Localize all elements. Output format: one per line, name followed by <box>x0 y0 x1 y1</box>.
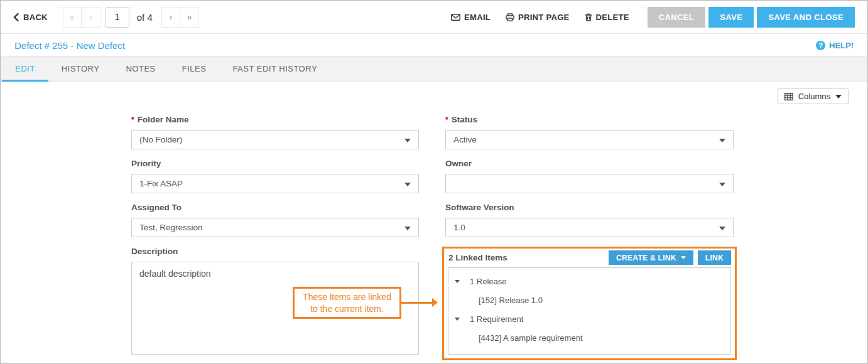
status-label: * Status <box>445 115 734 124</box>
tab-history[interactable]: HISTORY <box>48 57 113 82</box>
delete-label: DELETE <box>596 13 629 22</box>
tab-bar: EDIT HISTORY NOTES FILES FAST EDIT HISTO… <box>1 57 867 82</box>
required-asterisk: * <box>131 115 134 124</box>
chevron-down-icon <box>719 183 725 186</box>
tab-files[interactable]: FILES <box>169 57 220 82</box>
linked-items-tree: 1 Release [152] Release 1.0 1 Requiremen… <box>448 267 731 355</box>
defect-detail-window: BACK « ‹ of 4 › » EMAIL <box>0 0 868 364</box>
software-version-label: Software Version <box>445 203 734 212</box>
folder-name-select[interactable]: (No Folder) <box>131 130 419 149</box>
create-and-link-button[interactable]: CREATE & LINK <box>609 250 693 265</box>
linked-items-panel: 2 Linked Items CREATE & LINK LINK 1 Rele… <box>442 247 737 360</box>
tab-edit[interactable]: EDIT <box>2 57 48 82</box>
tree-item-requirement[interactable]: [4432] A sample requirement <box>448 328 730 347</box>
annotation-callout: These items are linked to the current it… <box>293 287 401 319</box>
help-icon: ? <box>816 41 825 50</box>
last-page-button[interactable]: » <box>180 7 199 28</box>
status-select[interactable]: Active <box>445 130 734 149</box>
pagination: « ‹ of 4 › » <box>63 7 199 28</box>
owner-select[interactable] <box>445 174 734 193</box>
linked-items-header: 2 Linked Items CREATE & LINK LINK <box>444 249 735 267</box>
link-button[interactable]: LINK <box>698 250 731 265</box>
priority-select[interactable]: 1-Fix ASAP <box>131 174 419 193</box>
callout-arrow <box>401 302 432 304</box>
priority-field-group: Priority 1-Fix ASAP <box>131 159 419 193</box>
chevron-down-icon <box>719 139 725 142</box>
cancel-button[interactable]: CANCEL <box>648 7 706 28</box>
assigned-to-label: Assigned To <box>131 203 419 212</box>
assigned-to-select[interactable]: Test, Regression <box>131 218 419 237</box>
print-page-button[interactable]: PRINT PAGE <box>506 13 570 22</box>
tree-expand-icon[interactable] <box>455 280 460 283</box>
title-row: Defect # 255 - New Defect ? HELP! <box>1 34 867 57</box>
required-asterisk: * <box>445 115 448 124</box>
tree-item-release[interactable]: [152] Release 1.0 <box>448 291 730 309</box>
email-label: EMAIL <box>464 13 491 22</box>
software-version-field-group: Software Version 1.0 <box>442 203 737 237</box>
edit-form-content: Columns * Folder Name (No Folder) Priori… <box>1 82 867 364</box>
page-count-label: of 4 <box>137 12 153 23</box>
folder-name-label: * Folder Name <box>131 115 419 124</box>
print-page-label: PRINT PAGE <box>518 13 570 22</box>
owner-field-group: Owner <box>442 159 737 193</box>
form-column-left: * Folder Name (No Folder) Priority 1-Fix… <box>131 115 419 357</box>
next-page-button[interactable]: › <box>161 7 180 28</box>
chevron-down-icon <box>835 95 842 99</box>
description-label: Description <box>131 247 419 256</box>
columns-label: Columns <box>798 92 830 101</box>
save-and-close-button[interactable]: SAVE AND CLOSE <box>757 7 855 28</box>
save-button[interactable]: SAVE <box>708 7 754 28</box>
linked-items-count-label: 2 Linked Items <box>448 253 507 262</box>
help-link[interactable]: ? HELP! <box>816 41 854 50</box>
callout-arrowhead-icon <box>432 298 438 307</box>
status-field-group: * Status Active <box>442 115 737 149</box>
email-icon <box>451 14 460 21</box>
back-button[interactable]: BACK <box>13 13 48 22</box>
software-version-select[interactable]: 1.0 <box>445 218 734 237</box>
previous-page-button[interactable]: ‹ <box>82 7 100 28</box>
back-label: BACK <box>23 13 48 22</box>
chevron-down-icon <box>681 256 686 259</box>
page-title: Defect # 255 - New Defect <box>14 40 125 51</box>
columns-button[interactable]: Columns <box>778 88 849 104</box>
tree-expand-icon[interactable] <box>455 318 460 321</box>
tree-group-requirement[interactable]: 1 Requirement <box>448 309 730 328</box>
tab-notes[interactable]: NOTES <box>112 57 168 82</box>
help-label: HELP! <box>829 41 854 50</box>
priority-label: Priority <box>131 159 419 168</box>
folder-name-field-group: * Folder Name (No Folder) <box>131 115 419 149</box>
chevron-down-icon <box>719 227 725 230</box>
tree-group-release[interactable]: 1 Release <box>448 272 730 291</box>
tab-fast-edit-history[interactable]: FAST EDIT HISTORY <box>219 57 330 82</box>
chevron-left-icon <box>13 13 19 21</box>
form-column-right: * Status Active Owner Software Version <box>442 115 737 360</box>
callout-line-2: to the current item. <box>310 303 384 315</box>
chevron-down-icon <box>404 183 411 186</box>
delete-button[interactable]: DELETE <box>585 13 629 22</box>
chevron-down-icon <box>404 227 411 230</box>
printer-icon <box>506 13 514 21</box>
trash-icon <box>585 13 592 21</box>
grid-icon <box>784 93 793 100</box>
first-page-button[interactable]: « <box>63 7 82 28</box>
owner-label: Owner <box>445 159 734 168</box>
email-button[interactable]: EMAIL <box>451 13 491 22</box>
callout-line-1: These items are linked <box>303 291 391 303</box>
toolbar: BACK « ‹ of 4 › » EMAIL <box>1 1 867 34</box>
chevron-down-icon <box>404 139 411 142</box>
assigned-to-field-group: Assigned To Test, Regression <box>131 203 419 237</box>
page-number-input[interactable] <box>106 7 129 28</box>
